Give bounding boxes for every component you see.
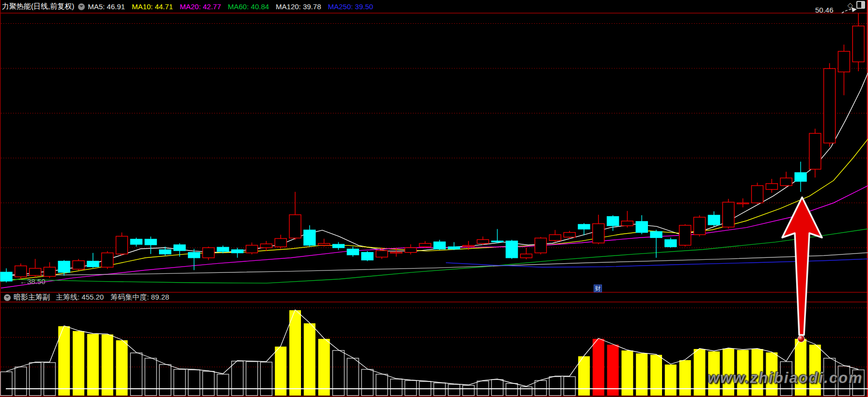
volume-bar	[578, 356, 590, 396]
chevron-down-icon[interactable]	[4, 294, 11, 301]
candle-body	[58, 261, 70, 272]
candle-body	[289, 215, 301, 238]
volume-bar	[87, 334, 99, 396]
volume-bar	[159, 365, 171, 396]
volume-bar	[795, 339, 806, 396]
volume-bar	[607, 345, 619, 396]
candle-body	[116, 236, 127, 254]
candle-body	[809, 133, 821, 169]
candle-body	[491, 241, 503, 242]
candle-body	[434, 242, 445, 249]
candle-body	[102, 253, 113, 268]
candle-body	[506, 241, 518, 258]
ma-line-ma120	[1, 253, 868, 276]
volume-bar	[593, 339, 604, 396]
candle-body	[448, 247, 460, 249]
volume-bar	[30, 363, 41, 396]
diamond-icon[interactable]: ◇	[847, 1, 853, 9]
low-price-callout: ←38.50	[20, 277, 46, 286]
indicator-header: 暗影主筹副 主筹线: 455.20 筹码集中度: 89.28	[0, 293, 868, 302]
candle-body	[795, 173, 806, 181]
split-window-icon[interactable]	[856, 1, 865, 9]
candle-body	[130, 239, 142, 244]
candle-body	[304, 230, 316, 245]
candle-body	[650, 232, 662, 238]
volume-bar	[174, 369, 186, 396]
candle-body	[679, 225, 691, 245]
volume-bar	[491, 380, 503, 396]
volume-bar	[318, 339, 330, 396]
ma20-label[interactable]: MA20: 42.77	[180, 2, 221, 11]
candle-body	[87, 261, 99, 267]
ma-line-ma10	[1, 139, 868, 282]
candle-body	[708, 215, 720, 225]
candle-body	[621, 221, 633, 226]
signal-ball	[798, 335, 805, 342]
candle-body	[376, 251, 388, 257]
title-bar: 力聚热能(日线,前复权) MA5: 46.91 MA10: 44.71 MA20…	[0, 0, 868, 13]
candle-body	[780, 178, 792, 186]
candle-body	[260, 244, 272, 248]
ma120-label[interactable]: MA120: 39.78	[276, 2, 321, 11]
candle-body	[362, 253, 373, 260]
volume-bar	[275, 347, 286, 396]
symbol-period-label[interactable]: 力聚热能(日线,前复权)	[2, 2, 74, 11]
candle-body	[535, 238, 547, 253]
candle-body	[15, 266, 27, 277]
candle-body	[145, 239, 157, 245]
volume-bar	[665, 365, 677, 396]
candle-body	[852, 26, 864, 62]
candle-body	[159, 250, 171, 254]
volume-bar	[535, 381, 547, 396]
candle-body	[766, 184, 777, 190]
candle-body	[188, 253, 200, 258]
window-corner-icons: ◇	[847, 1, 865, 9]
volume-bar	[448, 384, 460, 396]
candle-body	[737, 203, 749, 204]
candle-body	[564, 233, 575, 238]
chart-canvas[interactable]	[0, 0, 868, 397]
ma-line-ma60	[1, 229, 868, 283]
candle-body	[405, 248, 416, 253]
ma5-label[interactable]: MA5: 46.91	[88, 2, 125, 11]
candle-body	[463, 245, 474, 246]
volume-bar	[362, 369, 373, 396]
volume-bar	[679, 360, 691, 396]
volume-bar	[405, 381, 416, 396]
volume-bar	[521, 387, 532, 396]
ma250-label[interactable]: MA250: 39.50	[328, 2, 373, 11]
ma60-label[interactable]: MA60: 40.84	[228, 2, 269, 11]
candle-body	[332, 244, 344, 248]
candle-body	[73, 261, 84, 270]
candle-body	[824, 68, 836, 143]
concentration-value: 筹码集中度: 89.28	[110, 293, 169, 302]
candle-body	[217, 247, 229, 252]
volume-bar	[564, 377, 575, 396]
trading-app-window: 力聚热能(日线,前复权) MA5: 46.91 MA10: 44.71 MA20…	[0, 0, 868, 397]
chevron-down-icon[interactable]	[78, 3, 85, 10]
candle-body	[723, 202, 734, 227]
candle-body	[838, 51, 850, 72]
candle-body	[0, 272, 12, 281]
candle-body	[391, 252, 402, 253]
candle-body	[232, 250, 243, 253]
volume-bar	[44, 363, 55, 396]
indicator-name[interactable]: 暗影主筹副	[14, 293, 50, 302]
candle-body	[419, 243, 431, 247]
candle-body	[752, 186, 763, 203]
volume-bar	[145, 358, 157, 396]
volume-bar	[463, 385, 474, 396]
candle-body	[549, 235, 561, 240]
volume-bar	[102, 334, 113, 396]
candle-body	[578, 224, 590, 229]
candle-body	[246, 245, 258, 253]
candle-body	[593, 224, 604, 243]
news-marker[interactable]: 财	[594, 285, 602, 292]
candle-body	[521, 254, 532, 258]
volume-bar	[232, 361, 243, 396]
candle-body	[477, 239, 489, 243]
volume-bar	[304, 323, 316, 396]
volume-bar	[391, 379, 402, 396]
ma10-label[interactable]: MA10: 44.71	[132, 2, 173, 11]
volume-bar	[549, 377, 561, 396]
